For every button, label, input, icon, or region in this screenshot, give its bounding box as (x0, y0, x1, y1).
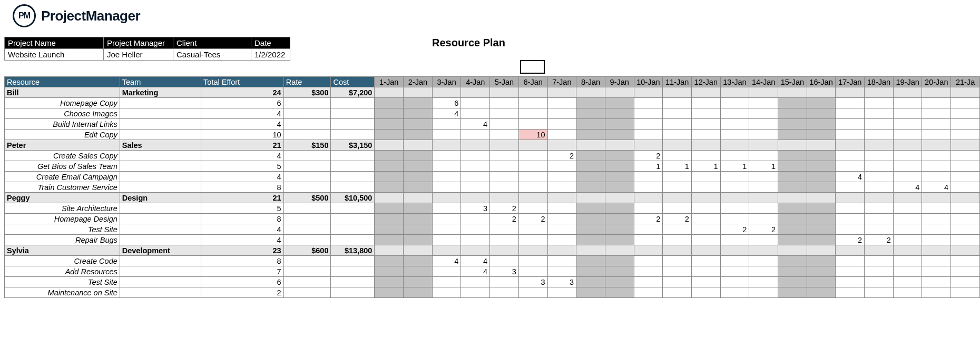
grid-cell[interactable] (375, 277, 404, 287)
group-rate[interactable]: $150 (283, 140, 331, 151)
grid-cell[interactable] (518, 98, 547, 108)
grid-cell[interactable] (720, 182, 749, 193)
grid-cell[interactable]: 4 (461, 256, 490, 266)
grid-cell[interactable] (663, 287, 692, 298)
day-header[interactable]: 19-Jan (893, 77, 922, 87)
grid-cell[interactable] (922, 224, 951, 235)
task-name-cell[interactable]: Add Resources (5, 266, 120, 277)
task-rate-cell[interactable] (283, 151, 331, 161)
grid-cell[interactable] (634, 203, 663, 214)
group-cost[interactable]: $10,500 (331, 193, 375, 203)
grid-cell[interactable] (634, 172, 663, 182)
task-rate-cell[interactable] (283, 277, 331, 287)
task-cost-cell[interactable] (331, 172, 375, 182)
grid-cell[interactable] (375, 214, 404, 224)
grid-cell[interactable]: 4 (461, 119, 490, 130)
task-team-cell[interactable] (120, 98, 201, 108)
grid-cell[interactable] (922, 277, 951, 287)
grid-cell[interactable] (432, 287, 461, 298)
grid-cell[interactable] (951, 119, 980, 130)
grid-cell[interactable] (576, 130, 605, 140)
grid-cell[interactable] (922, 87, 951, 98)
grid-cell[interactable] (375, 193, 404, 203)
grid-cell[interactable] (605, 87, 634, 98)
task-effort-cell[interactable]: 2 (201, 287, 284, 298)
task-row[interactable]: Add Resources743 (5, 266, 980, 277)
grid-cell[interactable] (490, 182, 519, 193)
grid-cell[interactable]: 4 (432, 256, 461, 266)
grid-cell[interactable] (404, 140, 433, 151)
grid-cell[interactable] (922, 151, 951, 161)
grid-cell[interactable] (576, 119, 605, 130)
grid-cell[interactable] (778, 87, 807, 98)
grid-cell[interactable]: 2 (865, 235, 894, 245)
grid-cell[interactable] (518, 108, 547, 119)
grid-cell[interactable] (432, 203, 461, 214)
grid-cell[interactable] (404, 161, 433, 172)
grid-cell[interactable] (547, 256, 576, 266)
grid-cell[interactable] (576, 98, 605, 108)
grid-cell[interactable] (576, 256, 605, 266)
grid-cell[interactable] (922, 193, 951, 203)
grid-cell[interactable]: 2 (547, 151, 576, 161)
grid-cell[interactable] (893, 130, 922, 140)
task-row[interactable]: Maintenance on Site2 (5, 287, 980, 298)
grid-cell[interactable] (663, 277, 692, 287)
grid-cell[interactable] (691, 224, 720, 235)
grid-cell[interactable] (663, 87, 692, 98)
grid-cell[interactable] (691, 235, 720, 245)
grid-cell[interactable] (922, 161, 951, 172)
grid-cell[interactable]: 2 (634, 151, 663, 161)
grid-cell[interactable] (375, 87, 404, 98)
grid-cell[interactable] (634, 193, 663, 203)
grid-cell[interactable] (778, 151, 807, 161)
grid-cell[interactable] (922, 287, 951, 298)
grid-cell[interactable] (461, 161, 490, 172)
grid-cell[interactable] (432, 277, 461, 287)
grid-cell[interactable] (749, 182, 778, 193)
grid-cell[interactable] (893, 161, 922, 172)
grid-cell[interactable] (461, 287, 490, 298)
grid-cell[interactable] (404, 151, 433, 161)
grid-cell[interactable] (749, 87, 778, 98)
task-team-cell[interactable] (120, 287, 201, 298)
task-rate-cell[interactable] (283, 266, 331, 277)
task-rate-cell[interactable] (283, 161, 331, 172)
grid-cell[interactable]: 3 (461, 203, 490, 214)
grid-cell[interactable] (865, 245, 894, 256)
grid-cell[interactable] (720, 98, 749, 108)
group-team[interactable]: Marketing (120, 87, 201, 98)
grid-cell[interactable] (778, 266, 807, 277)
grid-cell[interactable] (951, 203, 980, 214)
grid-cell[interactable] (490, 172, 519, 182)
grid-cell[interactable] (490, 108, 519, 119)
grid-cell[interactable] (634, 277, 663, 287)
task-cost-cell[interactable] (331, 235, 375, 245)
grid-cell[interactable] (461, 277, 490, 287)
meta-value-project-name[interactable]: Website Launch (5, 49, 104, 61)
grid-cell[interactable] (691, 245, 720, 256)
resource-grid[interactable]: ResourceTeamTotal EffortRateCost1-Jan2-J… (4, 76, 980, 298)
grid-cell[interactable] (922, 235, 951, 245)
group-resource[interactable]: Bill (5, 87, 120, 98)
task-team-cell[interactable] (120, 182, 201, 193)
task-name-cell[interactable]: Train Customer Service (5, 182, 120, 193)
day-header[interactable]: 16-Jan (807, 77, 836, 87)
grid-cell[interactable] (404, 108, 433, 119)
grid-cell[interactable] (375, 256, 404, 266)
grid-cell[interactable] (547, 266, 576, 277)
grid-cell[interactable] (375, 235, 404, 245)
grid-cell[interactable] (518, 245, 547, 256)
grid-cell[interactable] (518, 235, 547, 245)
task-row[interactable]: Train Customer Service844 (5, 182, 980, 193)
grid-cell[interactable] (576, 287, 605, 298)
task-effort-cell[interactable]: 8 (201, 182, 284, 193)
task-row[interactable]: Site Architecture532 (5, 203, 980, 214)
task-team-cell[interactable] (120, 172, 201, 182)
task-rate-cell[interactable] (283, 287, 331, 298)
task-cost-cell[interactable] (331, 266, 375, 277)
group-rate[interactable]: $600 (283, 245, 331, 256)
grid-cell[interactable] (490, 287, 519, 298)
grid-cell[interactable] (807, 193, 836, 203)
grid-cell[interactable]: 1 (749, 161, 778, 172)
